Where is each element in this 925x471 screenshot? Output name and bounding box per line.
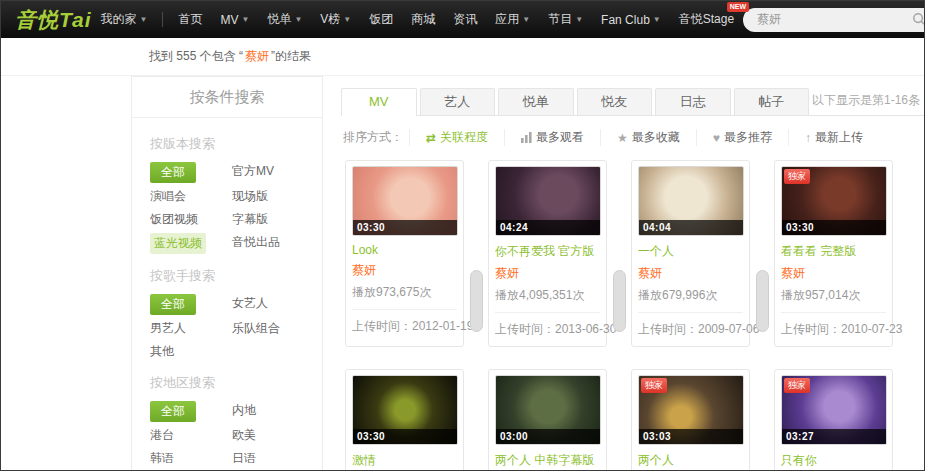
- nav-item-playlist[interactable]: 悦单 ▼: [258, 11, 311, 28]
- mv-title-link[interactable]: 一个人: [638, 243, 743, 260]
- nav-divider: [162, 12, 163, 27]
- filter-version-all[interactable]: 全部: [150, 162, 232, 183]
- mv-title-link[interactable]: 两个人: [638, 452, 743, 469]
- mv-thumbnail[interactable]: 04:24: [495, 166, 601, 236]
- filter-version-bluray[interactable]: 蓝光视频: [150, 233, 232, 254]
- artist-filter-group: 全部 女艺人 男艺人 乐队组合 其他: [150, 294, 322, 361]
- mv-thumbnail[interactable]: 03:30: [352, 375, 458, 445]
- filter-region-mainland[interactable]: 内地: [232, 401, 314, 422]
- tab-mv[interactable]: MV: [341, 88, 417, 116]
- tab-posts[interactable]: 帖子: [734, 88, 810, 115]
- sort-newest[interactable]: ↑ 最新上传: [788, 129, 879, 146]
- filter-version-official-mv[interactable]: 官方MV: [232, 162, 314, 183]
- artist-link[interactable]: 蔡妍: [781, 265, 886, 282]
- nav-item-home-space[interactable]: 我的家 ▼: [92, 11, 157, 28]
- mv-thumbnail[interactable]: 03:00: [495, 375, 601, 445]
- sort-most-recommended[interactable]: ♥ 最多推荐: [696, 129, 788, 146]
- sort-bar: 排序方式： ⇄ 关联程度 最多观看 ★ 最多收藏 ♥ 最多推荐: [343, 129, 925, 146]
- filter-version-subtitled[interactable]: 字幕版: [232, 210, 314, 229]
- filter-version-fanclub-video[interactable]: 饭团视频: [150, 210, 232, 229]
- filter-version-yinyuetai-produced[interactable]: 音悦出品: [232, 233, 314, 254]
- play-count: 播放957,014次: [781, 287, 886, 304]
- duration-badge: 03:30: [353, 220, 457, 235]
- nav-item-programs[interactable]: 节目 ▼: [539, 11, 592, 28]
- chevron-down-icon: ▼: [294, 15, 302, 24]
- version-filter-group: 全部 官方MV 演唱会 现场版 饭团视频 字幕版 蓝光视频 音悦出品: [150, 162, 322, 254]
- search-box: [743, 8, 925, 32]
- filter-artist-other[interactable]: 其他: [150, 342, 232, 361]
- upload-date: 上传时间：2013-06-30: [495, 312, 600, 346]
- artist-link[interactable]: 蔡妍: [352, 262, 457, 279]
- tab-friends[interactable]: 悦友: [577, 88, 653, 115]
- chevron-down-icon: ▼: [653, 15, 661, 24]
- nav-item-vchart[interactable]: V榜 ▼: [311, 11, 360, 28]
- sort-most-favorited[interactable]: ★ 最多收藏: [600, 129, 696, 146]
- mv-card: 03:30 Look 蔡妍 播放973,675次 上传时间：2012-01-19: [345, 160, 464, 347]
- nav-item-mv[interactable]: MV ▼: [211, 13, 258, 27]
- mv-card: 独家 03:30 看看看 完整版 蔡妍 播放957,014次 上传时间：2010…: [774, 160, 893, 347]
- filter-artist-group[interactable]: 乐队组合: [232, 319, 314, 338]
- nav-item-apps[interactable]: 应用 ▼: [486, 11, 539, 28]
- filter-region-korean[interactable]: 韩语: [150, 449, 232, 468]
- sort-relevance[interactable]: ⇄ 关联程度: [409, 129, 504, 146]
- search-input[interactable]: [757, 13, 912, 27]
- search-keyword: 蔡妍: [245, 48, 269, 65]
- mv-title-link[interactable]: 激情: [352, 452, 457, 469]
- sort-label: 排序方式：: [343, 129, 403, 146]
- duration-badge: 03:27: [782, 429, 886, 444]
- mv-title-link[interactable]: 只有你: [781, 452, 886, 469]
- filter-region-japanese[interactable]: 日语: [232, 449, 314, 468]
- mv-title-link[interactable]: Look: [352, 243, 457, 257]
- mv-title-link[interactable]: 两个人 中韩字幕版: [495, 452, 600, 469]
- nav-item-news[interactable]: 资讯: [444, 11, 486, 28]
- filter-region-hk-tw[interactable]: 港台: [150, 426, 232, 445]
- filter-artist-all[interactable]: 全部: [150, 294, 232, 315]
- filter-region-western[interactable]: 欧美: [232, 426, 314, 445]
- duration-badge: 03:03: [639, 429, 743, 444]
- filter-version-live[interactable]: 现场版: [232, 187, 314, 206]
- search-icon[interactable]: [912, 12, 925, 27]
- artist-link[interactable]: 蔡妍: [495, 265, 600, 282]
- chevron-down-icon: ▼: [241, 15, 249, 24]
- filter-region-all[interactable]: 全部: [150, 401, 232, 422]
- tab-artist[interactable]: 艺人: [420, 88, 496, 115]
- duration-badge: 03:30: [782, 220, 886, 235]
- tab-blog[interactable]: 日志: [655, 88, 731, 115]
- duration-badge: 03:00: [496, 429, 600, 444]
- chevron-down-icon: ▼: [522, 15, 530, 24]
- duration-badge: 03:30: [353, 429, 457, 444]
- mv-title-link[interactable]: 看看看 完整版: [781, 243, 886, 260]
- play-count: 播放973,675次: [352, 284, 457, 301]
- top-nav: 音悦Tai 我的家 ▼ 首页 MV ▼ 悦单 ▼ V榜 ▼ 饭: [1, 1, 924, 38]
- mv-card: 独家 03:03 两个人 蔡妍 播放2,792,859次: [631, 369, 750, 471]
- mv-thumbnail[interactable]: 独家 03:30: [781, 166, 887, 236]
- mv-thumbnail[interactable]: 独家 03:27: [781, 375, 887, 445]
- mv-thumbnail[interactable]: 03:30: [352, 166, 458, 236]
- new-badge: NEW: [727, 2, 749, 12]
- artist-link[interactable]: 蔡妍: [638, 265, 743, 282]
- arrow-up-icon: ↑: [805, 132, 811, 144]
- nav-item-homepage[interactable]: 首页: [169, 11, 211, 28]
- mv-card: 04:24 你不再爱我 官方版 蔡妍 播放4,095,351次 上传时间：201…: [488, 160, 607, 347]
- result-tabs: MV 艺人 悦单 悦友 日志 帖子 以下显示是第1-16条: [341, 76, 925, 116]
- mv-thumbnail[interactable]: 独家 03:03: [638, 375, 744, 445]
- site-logo[interactable]: 音悦Tai: [1, 6, 92, 34]
- sort-most-viewed[interactable]: 最多观看: [504, 129, 600, 146]
- sidebar-title: 按条件搜索: [132, 77, 322, 118]
- exclusive-badge: 独家: [784, 378, 810, 393]
- mv-title-link[interactable]: 你不再爱我 官方版: [495, 243, 600, 260]
- duration-badge: 04:04: [639, 220, 743, 235]
- nav-item-mall[interactable]: 商城: [402, 11, 444, 28]
- heart-icon: ♥: [713, 132, 720, 144]
- search-result-summary: 找到 555 个包含 “ 蔡妍 ”的结果: [1, 38, 924, 76]
- nav-item-fanclub-cn[interactable]: 饭团: [360, 11, 402, 28]
- nav-item-fan-club[interactable]: Fan Club ▼: [592, 13, 670, 27]
- tab-playlist[interactable]: 悦单: [498, 88, 574, 115]
- mv-thumbnail[interactable]: 04:04: [638, 166, 744, 236]
- nav-item-stage[interactable]: 音悦Stage NEW: [670, 11, 743, 28]
- result-range-note: 以下显示是第1-16条: [812, 92, 925, 115]
- play-count: 播放679,996次: [638, 287, 743, 304]
- filter-artist-male[interactable]: 男艺人: [150, 319, 232, 338]
- filter-version-concert[interactable]: 演唱会: [150, 187, 232, 206]
- filter-artist-female[interactable]: 女艺人: [232, 294, 314, 315]
